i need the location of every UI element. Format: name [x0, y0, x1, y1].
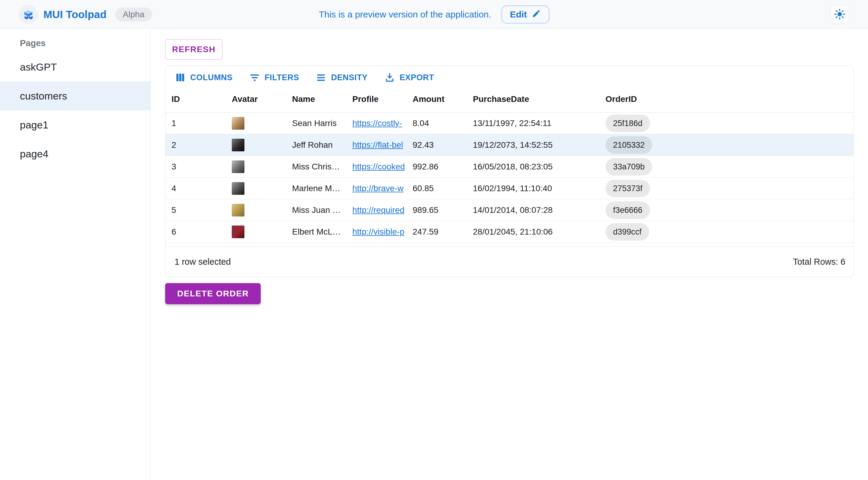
filter-icon: [249, 72, 260, 83]
alpha-badge: Alpha: [115, 7, 153, 22]
app-title: MUI Toolpad: [43, 8, 107, 21]
total-rows-count: Total Rows: 6: [793, 257, 845, 267]
column-header-purchasedate[interactable]: PurchaseDate: [467, 86, 599, 112]
cell-name: Jeff Rohan: [286, 134, 346, 156]
orderid-chip: 25f186d: [606, 115, 650, 132]
cell-amount: 60.85: [407, 178, 467, 199]
purchasedate-value: 19/12/2073, 14:52:55: [473, 140, 553, 150]
purchasedate-value: 16/05/2018, 08:23:05: [473, 162, 553, 172]
amount-value: 247.59: [412, 227, 438, 237]
cell-purchasedate: 16/05/2018, 08:23:05: [467, 156, 599, 177]
sidebar-item-askgpt[interactable]: askGPT: [0, 53, 150, 82]
table-row-selected[interactable]: 2 Jeff Rohan https://flat-bel 92.43 19/1…: [165, 134, 853, 156]
theme-toggle-button[interactable]: [830, 5, 849, 24]
avatar: [232, 204, 244, 216]
id-value: 4: [172, 184, 176, 193]
selected-rows-count: 1 row selected: [175, 257, 231, 267]
table-row[interactable]: 5 Miss Juan … http://required 989.65 14/…: [165, 199, 853, 221]
sidebar-item-customers[interactable]: customers: [0, 82, 150, 110]
avatar: [232, 182, 244, 195]
edit-button-label: Edit: [510, 9, 527, 20]
name-value: Marlene M…: [292, 184, 340, 193]
profile-link[interactable]: http://brave-w: [352, 184, 404, 193]
data-grid: COLUMNS FILTERS: [165, 66, 854, 277]
preview-banner: This is a preview version of the applica…: [319, 0, 550, 29]
column-header-orderid[interactable]: OrderID: [599, 86, 853, 112]
cell-orderid: d399ccf: [599, 221, 853, 242]
cell-name: Miss Juan …: [286, 199, 346, 221]
edit-button[interactable]: Edit: [501, 5, 550, 24]
density-button[interactable]: DENSITY: [311, 69, 372, 86]
delete-order-button[interactable]: DELETE ORDER: [165, 283, 261, 304]
cell-amount: 92.43: [407, 134, 467, 156]
name-value: Miss Chris…: [292, 162, 340, 172]
cell-purchasedate: 19/12/2073, 14:52:55: [467, 134, 599, 156]
toolpad-logo-icon: [19, 5, 38, 24]
grid-toolbar: COLUMNS FILTERS: [165, 66, 853, 86]
id-value: 1: [172, 119, 176, 128]
filters-button[interactable]: FILTERS: [245, 69, 304, 86]
grid-header-row: ID Avatar Name Profile Amount PurchaseDa…: [165, 86, 853, 113]
export-icon: [384, 72, 396, 83]
cell-avatar: [226, 221, 286, 242]
cell-profile: https://costly-: [346, 113, 407, 134]
grid-footer: 1 row selected Total Rows: 6: [165, 246, 853, 277]
column-header-label: Amount: [412, 94, 444, 104]
id-value: 2: [172, 140, 176, 150]
cell-name: Elbert McL…: [286, 221, 346, 242]
cell-purchasedate: 28/01/2045, 21:10:06: [467, 221, 599, 242]
cell-purchasedate: 16/02/1994, 11:10:40: [467, 178, 599, 199]
cell-orderid: 25f186d: [599, 113, 853, 134]
column-header-profile[interactable]: Profile: [346, 86, 407, 112]
sidebar-item-page1[interactable]: page1: [0, 110, 150, 139]
name-value: Sean Harris: [292, 119, 337, 128]
profile-link[interactable]: http://required: [352, 205, 404, 215]
density-icon: [315, 72, 327, 83]
table-row[interactable]: 1 Sean Harris https://costly- 8.04 13/11…: [165, 113, 853, 134]
id-value: 6: [172, 227, 176, 237]
orderid-chip: f3e6666: [606, 202, 650, 219]
cell-name: Marlene M…: [286, 178, 346, 199]
cell-id: 2: [165, 134, 226, 156]
profile-link[interactable]: https://flat-bel: [352, 140, 403, 150]
cell-purchasedate: 13/11/1997, 22:54:11: [467, 113, 599, 134]
pencil-icon: [532, 9, 541, 20]
export-button-label: EXPORT: [400, 73, 434, 82]
export-button[interactable]: EXPORT: [380, 69, 438, 86]
refresh-button[interactable]: REFRESH: [165, 39, 222, 60]
cell-profile: http://brave-w: [346, 178, 407, 199]
cell-avatar: [226, 113, 286, 134]
sidebar-item-label: customers: [20, 90, 67, 102]
column-header-id[interactable]: ID: [165, 86, 226, 112]
sidebar-item-page4[interactable]: page4: [0, 139, 150, 168]
sidebar-item-label: askGPT: [20, 61, 57, 73]
column-header-label: Name: [292, 94, 315, 104]
cell-amount: 992.86: [407, 156, 467, 177]
cell-amount: 247.59: [407, 221, 467, 242]
cell-id: 3: [165, 156, 226, 177]
cell-profile: https://flat-bel: [346, 134, 407, 156]
column-header-label: ID: [172, 94, 180, 104]
column-header-amount[interactable]: Amount: [407, 86, 467, 112]
table-row[interactable]: 6 Elbert McL… http://visible-p 247.59 28…: [165, 221, 853, 243]
column-header-label: Avatar: [232, 94, 258, 104]
name-value: Jeff Rohan: [292, 140, 333, 150]
profile-link[interactable]: https://costly-: [352, 119, 402, 128]
profile-link[interactable]: http://visible-p: [352, 227, 404, 237]
cell-orderid: 33a709b: [599, 156, 853, 177]
column-header-label: Profile: [352, 94, 378, 104]
cell-avatar: [226, 199, 286, 221]
sidebar: Pages askGPT customers page1 page4: [0, 29, 151, 480]
column-header-name[interactable]: Name: [286, 86, 346, 112]
amount-value: 989.65: [412, 205, 438, 215]
columns-button[interactable]: COLUMNS: [170, 69, 237, 86]
cell-id: 6: [165, 221, 226, 242]
column-header-avatar[interactable]: Avatar: [226, 86, 286, 112]
app-header: MUI Toolpad Alpha This is a preview vers…: [0, 0, 868, 29]
cell-profile: https://cooked: [346, 156, 407, 177]
column-header-label: PurchaseDate: [473, 94, 529, 104]
table-row[interactable]: 4 Marlene M… http://brave-w 60.85 16/02/…: [165, 178, 853, 199]
grid-filler: [165, 243, 853, 246]
table-row[interactable]: 3 Miss Chris… https://cooked 992.86 16/0…: [165, 156, 853, 178]
profile-link[interactable]: https://cooked: [352, 162, 405, 172]
